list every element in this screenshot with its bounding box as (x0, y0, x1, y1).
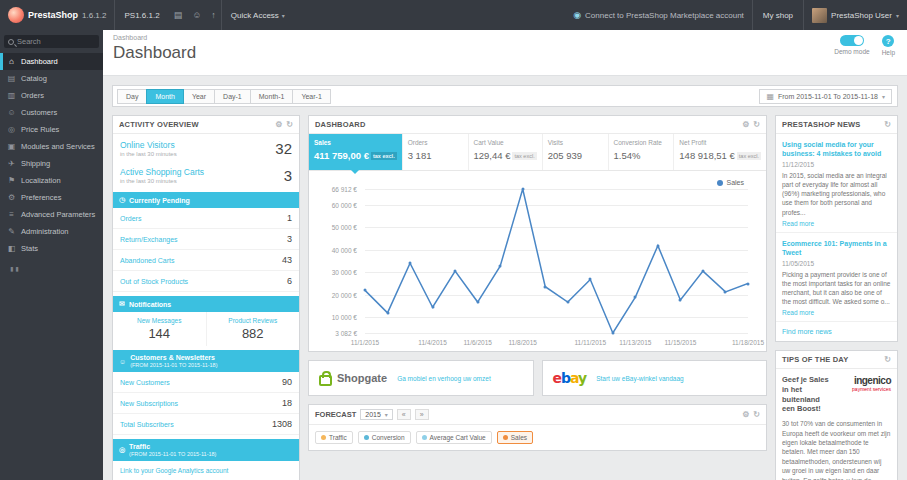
ingenico-name: ingenico (839, 375, 891, 386)
sidebar-item-orders[interactable]: ▥Orders (0, 87, 103, 104)
kpi-value: 1.54% (614, 150, 641, 161)
row-value: 43 (282, 255, 292, 265)
sidebar-item-localization[interactable]: ⚑Localization (0, 172, 103, 189)
refresh-icon[interactable]: ↻ (753, 410, 760, 419)
forecast-prev-button[interactable]: « (397, 409, 411, 420)
chip-label: Sales (511, 434, 527, 441)
profile-icon[interactable]: ☺ (187, 10, 206, 20)
kpi-visits[interactable]: Visits 205 939 (543, 134, 609, 170)
filter-month-1-button[interactable]: Month-1 (250, 89, 294, 104)
customers-row-total-subscribers[interactable]: Total Subscribers1308 (113, 414, 299, 435)
active-carts-sub: in the last 30 minutes (120, 178, 284, 184)
prestashop-logo-icon (8, 7, 24, 23)
online-visitors-label[interactable]: Online Visitors (120, 140, 275, 150)
filter-year-button[interactable]: Year (183, 89, 215, 104)
section-subtitle: (FROM 2015-11-01 TO 2015-11-18) (129, 451, 216, 457)
filter-year-1-button[interactable]: Year-1 (292, 89, 330, 104)
date-range-picker[interactable]: ▦ From 2015-11-01 To 2015-11-18 ▾ (759, 89, 892, 104)
upgrade-icon[interactable]: ↑ (206, 10, 221, 20)
forecast-chip-average-cart-value[interactable]: Average Cart Value (416, 431, 492, 444)
cart-icon[interactable]: ▤ (169, 10, 188, 20)
pending-row-abandoned-carts[interactable]: Abandoned Carts43 (113, 250, 299, 271)
traffic-section-header: ◎ Traffic(FROM 2015-11-01 TO 2015-11-18) (113, 439, 299, 461)
new-messages-cell[interactable]: New Messages 144 (113, 312, 207, 346)
marketplace-link[interactable]: ◉ Connect to PrestaShop Marketplace acco… (565, 10, 752, 20)
ebay-promo[interactable]: ebay Start uw eBay-winkel vandaag (542, 360, 768, 396)
article-title[interactable]: Ecommerce 101: Payments in a Tweet (782, 239, 891, 257)
kpi-conversion-rate[interactable]: Conversion Rate 1.54% (609, 134, 675, 170)
kpi-value: 148 918,51 € (679, 150, 734, 161)
sidebar-item-customers[interactable]: ☺Customers (0, 104, 103, 121)
main-content: Dashboard Dashboard Demo mode ? Help Day… (103, 30, 907, 480)
refresh-icon[interactable]: ↻ (884, 355, 891, 364)
row-label: Return/Exchanges (120, 236, 178, 243)
sidebar-item-shipping[interactable]: ✈Shipping (0, 155, 103, 172)
dashboard-columns: ACTIVITY OVERVIEW ⚙ ↻ Online Visitors in… (112, 115, 898, 480)
kpi-net-profit[interactable]: Net Profit 148 918,51 €tax excl. (674, 134, 766, 170)
panel-header: ACTIVITY OVERVIEW ⚙ ↻ (113, 116, 299, 134)
module-promos: Shopgate Ga mobiel en verhoog uw omzet e… (308, 360, 767, 396)
help-icon[interactable]: ? (882, 35, 894, 47)
sidebar: ⌂Dashboard ▤Catalog ▥Orders ☺Customers ◎… (0, 30, 103, 480)
sidebar-item-preferences[interactable]: ⚙Preferences (0, 189, 103, 206)
customers-row-new-customers[interactable]: New Customers90 (113, 372, 299, 393)
forecast-next-button[interactable]: » (415, 409, 429, 420)
forecast-chip-traffic[interactable]: Traffic (315, 431, 353, 444)
shop-name[interactable]: PS1.6.1.2 (115, 11, 168, 20)
panel-title: FORECAST (315, 410, 356, 419)
read-more-link[interactable]: Read more (782, 220, 891, 227)
sidebar-item-price-rules[interactable]: ◎Price Rules (0, 121, 103, 138)
refresh-icon[interactable]: ↻ (286, 120, 293, 129)
forecast-chip-conversion[interactable]: Conversion (358, 431, 411, 444)
user-menu[interactable]: PrestaShop User ▾ (804, 8, 907, 23)
filter-day-1-button[interactable]: Day-1 (214, 89, 251, 104)
sidebar-item-dashboard[interactable]: ⌂Dashboard (0, 53, 103, 70)
search-input[interactable] (17, 37, 95, 46)
clock-icon: ◷ (119, 196, 125, 204)
gear-icon[interactable]: ⚙ (275, 120, 282, 129)
quick-access-menu[interactable]: Quick Access ▾ (222, 0, 294, 30)
year-value: 2015 (365, 411, 381, 418)
pending-row-returns[interactable]: Return/Exchanges3 (113, 229, 299, 250)
sidebar-collapse-button[interactable]: ▮▮ (0, 257, 103, 280)
kpi-cart-value[interactable]: Cart Value 129,44 €tax excl. (469, 134, 543, 170)
sidebar-item-stats[interactable]: ◧Stats (0, 240, 103, 257)
sidebar-search[interactable] (4, 35, 99, 48)
sidebar-item-modules[interactable]: ▣Modules and Services (0, 138, 103, 155)
sidebar-item-administration[interactable]: ✎Administration (0, 223, 103, 240)
find-more-news-link[interactable]: Find more news (776, 322, 897, 341)
filter-day-button[interactable]: Day (117, 89, 147, 104)
brand[interactable]: PrestaShop 1.6.1.2 (0, 0, 114, 30)
google-analytics-link[interactable]: Link to your Google Analytics account (113, 461, 299, 480)
ebay-letter: y (578, 370, 586, 386)
refresh-icon[interactable]: ↻ (884, 120, 891, 129)
sidebar-item-catalog[interactable]: ▤Catalog (0, 70, 103, 87)
ebay-link[interactable]: Start uw eBay-winkel vandaag (596, 375, 683, 382)
kpi-sales[interactable]: Sales 411 759,00 €tax excl. (309, 134, 403, 170)
chip-label: Traffic (329, 434, 347, 441)
customers-icon: ☺ (119, 358, 126, 365)
gear-icon[interactable]: ⚙ (742, 410, 749, 419)
sidebar-item-advanced-parameters[interactable]: ≡Advanced Parameters (0, 206, 103, 223)
filter-month-button[interactable]: Month (146, 89, 183, 104)
news-article: Ecommerce 101: Payments in a Tweet 11/05… (776, 233, 897, 323)
my-shop-link[interactable]: My shop (753, 11, 803, 20)
shopgate-promo[interactable]: Shopgate Ga mobiel en verhoog uw omzet (308, 360, 534, 396)
customers-row-new-subscriptions[interactable]: New Subscriptions18 (113, 393, 299, 414)
product-reviews-cell[interactable]: Product Reviews 882 (207, 312, 300, 346)
catalog-icon: ▤ (7, 74, 16, 83)
active-carts-label[interactable]: Active Shopping Carts (120, 167, 284, 177)
pending-row-orders[interactable]: Orders1 (113, 208, 299, 229)
read-more-link[interactable]: Read more (782, 309, 891, 316)
shopgate-link[interactable]: Ga mobiel en verhoog uw omzet (397, 375, 491, 382)
article-title[interactable]: Using social media for your business: 4 … (782, 140, 891, 158)
kpi-orders[interactable]: Orders 3 181 (403, 134, 469, 170)
demo-mode-toggle[interactable] (840, 35, 864, 46)
pending-row-out-of-stock[interactable]: Out of Stock Products6 (113, 271, 299, 292)
refresh-icon[interactable]: ↻ (753, 120, 760, 129)
forecast-year-select[interactable]: 2015 ▾ (360, 409, 393, 420)
breadcrumb[interactable]: Dashboard (113, 34, 897, 41)
forecast-chip-sales[interactable]: Sales (497, 431, 533, 444)
data-point (747, 282, 750, 285)
gear-icon[interactable]: ⚙ (742, 120, 749, 129)
